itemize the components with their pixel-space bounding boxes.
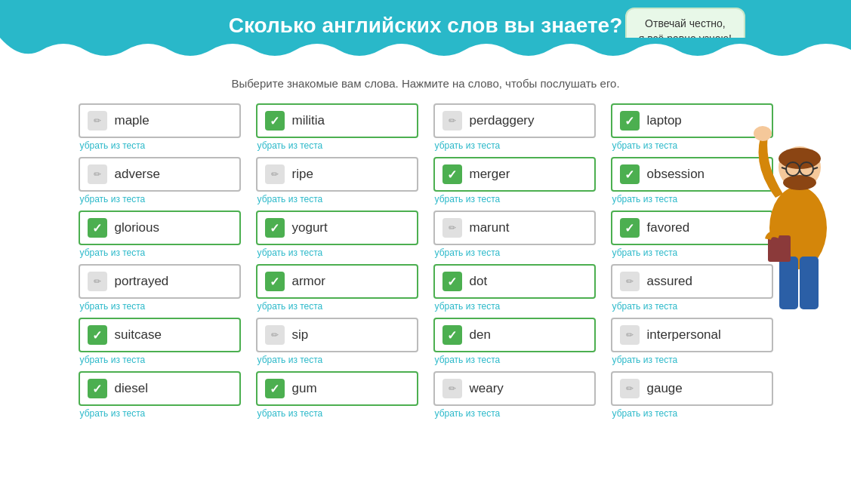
remove-link[interactable]: убрать из теста <box>435 194 596 204</box>
unchecked-icon <box>442 111 462 131</box>
svg-rect-10 <box>779 257 798 309</box>
svg-rect-11 <box>800 257 819 309</box>
word-cell: mapleубрать из теста <box>79 103 241 151</box>
word-label: diesel <box>115 381 148 396</box>
word-cell: perdaggeryубрать из теста <box>433 103 596 151</box>
svg-rect-12 <box>768 235 791 262</box>
remove-link[interactable]: убрать из теста <box>80 140 241 151</box>
unchecked-icon <box>265 164 285 184</box>
checked-icon <box>442 325 462 345</box>
unchecked-icon <box>442 379 462 398</box>
word-cell: denубрать из теста <box>433 318 596 365</box>
word-cell: maruntубрать из теста <box>433 211 596 258</box>
word-label: gauge <box>647 381 683 396</box>
remove-link[interactable]: убрать из теста <box>257 355 418 365</box>
word-label: favored <box>647 220 690 235</box>
word-label: armor <box>292 274 325 289</box>
word-label: maple <box>115 113 150 128</box>
word-box-suitcase[interactable]: suitcase <box>79 318 241 352</box>
word-label: adverse <box>115 167 160 182</box>
word-cell: gloriousубрать из теста <box>79 211 241 258</box>
remove-link[interactable]: убрать из теста <box>612 355 773 365</box>
word-cell: adverseубрать из теста <box>79 157 241 204</box>
unchecked-icon <box>88 164 107 184</box>
remove-link[interactable]: убрать из теста <box>257 301 418 312</box>
word-box-dot[interactable]: dot <box>433 264 596 299</box>
word-box-portrayed[interactable]: portrayed <box>79 264 241 299</box>
word-cell: ripeубрать из теста <box>256 157 418 204</box>
word-cell: mergerубрать из теста <box>433 157 596 204</box>
checked-icon <box>265 111 285 131</box>
word-box-yogurt[interactable]: yogurt <box>256 211 418 245</box>
remove-link[interactable]: убрать из теста <box>80 355 241 365</box>
remove-link[interactable]: убрать из теста <box>435 355 596 365</box>
checked-icon <box>88 218 107 238</box>
remove-link[interactable]: убрать из теста <box>80 301 241 312</box>
word-box-sip[interactable]: sip <box>256 318 418 352</box>
remove-link[interactable]: убрать из теста <box>257 247 418 258</box>
word-label: gum <box>292 381 317 396</box>
word-box-glorious[interactable]: glorious <box>79 211 241 245</box>
word-box-gauge[interactable]: gauge <box>611 371 773 406</box>
word-box-weary[interactable]: weary <box>433 371 596 406</box>
subtitle: Выберите знакомые вам слова. Нажмите на … <box>79 77 773 90</box>
word-label: perdaggery <box>470 113 535 128</box>
word-cell: dieselубрать из теста <box>79 371 241 419</box>
word-label: interpersonal <box>647 327 721 343</box>
svg-point-4 <box>783 175 816 190</box>
checked-icon <box>620 218 640 238</box>
remove-link[interactable]: убрать из теста <box>80 194 241 204</box>
remove-link[interactable]: убрать из теста <box>435 408 596 419</box>
remove-link[interactable]: убрать из теста <box>435 140 596 151</box>
word-label: marunt <box>470 220 510 235</box>
word-box-gum[interactable]: gum <box>256 371 418 406</box>
remove-link[interactable]: убрать из теста <box>435 247 596 258</box>
word-cell: militiaубрать из теста <box>256 103 418 151</box>
unchecked-icon <box>88 111 107 131</box>
word-cell: armorубрать из теста <box>256 264 418 312</box>
word-box-ripe[interactable]: ripe <box>256 157 418 192</box>
word-label: sip <box>292 327 309 343</box>
remove-link[interactable]: убрать из теста <box>612 408 773 419</box>
character-illustration <box>738 54 843 341</box>
remove-link[interactable]: убрать из теста <box>80 247 241 258</box>
word-cell: dotубрать из теста <box>433 264 596 312</box>
word-cell: portrayedубрать из теста <box>79 264 241 312</box>
word-box-perdaggery[interactable]: perdaggery <box>433 103 596 138</box>
word-box-armor[interactable]: armor <box>256 264 418 299</box>
remove-link[interactable]: убрать из теста <box>257 408 418 419</box>
word-box-den[interactable]: den <box>433 318 596 352</box>
word-box-diesel[interactable]: diesel <box>79 371 241 406</box>
word-label: ripe <box>292 167 313 182</box>
checked-icon <box>442 272 462 291</box>
checked-icon <box>620 164 640 184</box>
words-grid: mapleубрать из тестаmilitiaубрать из тес… <box>79 103 773 425</box>
word-label: suitcase <box>115 327 162 343</box>
word-box-merger[interactable]: merger <box>433 157 596 192</box>
word-label: glorious <box>115 220 160 235</box>
checked-icon <box>88 379 107 398</box>
word-label: dot <box>470 274 488 289</box>
unchecked-icon <box>620 272 640 291</box>
remove-link[interactable]: убрать из теста <box>257 194 418 204</box>
word-label: merger <box>470 167 510 182</box>
remove-link[interactable]: убрать из теста <box>435 301 596 312</box>
wave-decoration <box>0 38 851 62</box>
word-box-maple[interactable]: maple <box>79 103 241 138</box>
word-box-marunt[interactable]: marunt <box>433 211 596 245</box>
remove-link[interactable]: убрать из теста <box>80 408 241 419</box>
svg-point-1 <box>754 126 772 141</box>
word-cell: wearyубрать из теста <box>433 371 596 419</box>
word-cell: gaugeубрать из теста <box>611 371 773 419</box>
checked-icon <box>620 111 640 131</box>
checked-icon <box>442 164 462 184</box>
word-cell: sipубрать из теста <box>256 318 418 365</box>
word-box-militia[interactable]: militia <box>256 103 418 138</box>
word-box-adverse[interactable]: adverse <box>79 157 241 192</box>
unchecked-icon <box>88 272 107 291</box>
unchecked-icon <box>442 218 462 238</box>
word-cell: gumубрать из теста <box>256 371 418 419</box>
word-label: laptop <box>647 113 682 128</box>
word-cell: suitcaseубрать из теста <box>79 318 241 365</box>
remove-link[interactable]: убрать из теста <box>257 140 418 151</box>
